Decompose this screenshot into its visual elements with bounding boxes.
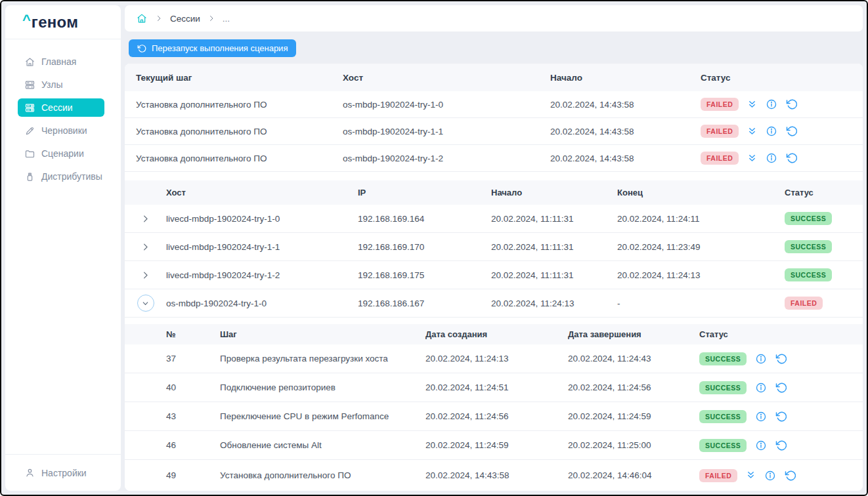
finished-cell: 20.02.2024, 11:25:00	[568, 440, 699, 450]
column-header: Конец	[617, 188, 785, 197]
table-row: 40 Подключение репозиториев 20.02.2024, …	[125, 373, 863, 402]
chevron-down-icon	[141, 299, 150, 308]
restart-icon[interactable]	[775, 411, 787, 423]
sidebar-item-settings[interactable]: Настройки	[5, 454, 121, 491]
info-icon[interactable]	[764, 470, 776, 482]
nodes-icon	[24, 79, 35, 91]
table-row: Установка дополнительного ПО os-mbdp-190…	[125, 118, 863, 145]
breadcrumb-home-icon[interactable]	[136, 12, 148, 24]
info-icon[interactable]	[766, 152, 777, 164]
restart-icon[interactable]	[786, 125, 798, 137]
start-cell: 20.02.2024, 14:43:58	[550, 154, 701, 163]
app-window: ^ геном Главная Узлы Сессии Черновики	[0, 0, 868, 496]
scenario-table-header: Текущий шаг Хост Начало Статус	[125, 64, 863, 91]
step-number-cell: 37	[166, 354, 220, 363]
created-cell: 20.02.2024, 11:24:59	[425, 440, 568, 450]
host-cell: livecd-mbdp-1902024-try-1-2	[166, 270, 358, 280]
ip-cell: 192.168.186.167	[358, 299, 491, 308]
start-cell: 20.02.2024, 11:11:31	[491, 242, 617, 252]
usb-drive-icon	[24, 171, 35, 182]
ip-cell: 192.168.169.175	[358, 270, 491, 280]
status-badge: SUCCESS	[699, 352, 747, 365]
end-cell: 20.02.2024, 11:23:49	[617, 242, 785, 252]
step-number-cell: 46	[166, 440, 220, 450]
table-row: 43 Переключение CPU в режим Perfomance 2…	[125, 402, 863, 431]
double-chevron-down-icon[interactable]	[747, 100, 757, 110]
folder-icon	[24, 148, 35, 159]
column-header: №	[166, 329, 220, 339]
sidebar: ^ геном Главная Узлы Сессии Черновики	[5, 5, 121, 491]
start-cell: 20.02.2024, 14:43:58	[550, 127, 701, 136]
sidebar-item-label: Сценарии	[41, 148, 84, 159]
restart-icon[interactable]	[786, 98, 798, 110]
host-cell: livecd-mbdp-1902024-try-1-0	[166, 214, 358, 224]
step-cell: Обновление системы Alt	[220, 440, 425, 450]
step-cell: Установка дополнительного ПО	[136, 127, 343, 136]
info-icon[interactable]	[766, 125, 777, 137]
end-cell: -	[617, 299, 785, 308]
breadcrumb-sessions[interactable]: Сессии	[170, 14, 200, 24]
logo-caret-icon: ^	[22, 12, 31, 29]
sidebar-item-nodes[interactable]: Узлы	[18, 75, 104, 94]
table-row: livecd-mbdp-1902024-try-1-1 192.168.169.…	[125, 233, 863, 261]
breadcrumb: Сессии ...	[125, 5, 863, 31]
column-header: Хост	[343, 73, 550, 83]
table-row: livecd-mbdp-1902024-try-1-0 192.168.169.…	[125, 205, 863, 233]
sessions-icon	[24, 102, 35, 114]
sidebar-item-distributions[interactable]: Дистрибутивы	[18, 167, 104, 186]
sidebar-item-label: Узлы	[41, 79, 63, 90]
restart-icon[interactable]	[775, 382, 787, 394]
column-header: Статус	[701, 73, 863, 83]
sidebar-menu: Главная Узлы Сессии Черновики Сценарии Д…	[5, 39, 121, 190]
info-icon[interactable]	[755, 353, 767, 365]
info-icon[interactable]	[766, 98, 777, 110]
status-badge: SUCCESS	[785, 268, 832, 281]
sidebar-item-scenarios[interactable]: Сценарии	[18, 144, 104, 163]
step-cell: Подключение репозиториев	[220, 382, 425, 392]
home-icon	[24, 56, 35, 68]
user-icon	[24, 467, 35, 478]
column-header: Дата создания	[425, 329, 568, 339]
sidebar-spacer	[5, 190, 121, 454]
sidebar-item-label: Дистрибутивы	[41, 171, 102, 182]
expand-row-icon[interactable]	[141, 242, 150, 252]
info-icon[interactable]	[755, 382, 767, 394]
status-badge: FAILED	[699, 469, 737, 482]
sidebar-item-sessions[interactable]: Сессии	[18, 98, 104, 117]
finished-cell: 20.02.2024, 11:24:56	[568, 382, 699, 392]
table-row: Установка дополнительного ПО os-mbdp-190…	[125, 145, 863, 172]
restart-icon[interactable]	[775, 353, 787, 365]
table-gap	[125, 318, 863, 324]
collapse-row-button[interactable]	[137, 295, 154, 312]
step-number-cell: 49	[166, 470, 220, 480]
chevron-right-icon	[207, 14, 215, 22]
sidebar-item-drafts[interactable]: Черновики	[18, 121, 104, 140]
step-cell: Переключение CPU в режим Perfomance	[220, 411, 425, 421]
main-panel: Текущий шаг Хост Начало Статус Установка…	[125, 64, 863, 491]
steps-table-header: № Шаг Дата создания Дата завершения Стат…	[125, 324, 863, 344]
step-cell: Проверка результата перезагрузки хоста	[220, 354, 425, 363]
finished-cell: 20.02.2024, 11:24:43	[568, 354, 699, 363]
host-cell: os-mbdp-1902024-try-1-2	[343, 154, 550, 163]
step-cell: Установка дополнительного ПО	[136, 154, 343, 163]
table-row: livecd-mbdp-1902024-try-1-2 192.168.169.…	[125, 261, 863, 289]
restart-scenario-button[interactable]: Перезапуск выполнения сценария	[129, 39, 296, 57]
host-cell: os-mbdp-1902024-try-1-0	[166, 299, 358, 308]
info-icon[interactable]	[755, 411, 767, 423]
app-logo: ^ геном	[5, 5, 121, 39]
info-icon[interactable]	[755, 440, 767, 451]
restart-icon[interactable]	[775, 440, 787, 451]
double-chevron-down-icon[interactable]	[746, 470, 756, 480]
expand-row-icon[interactable]	[141, 270, 150, 280]
start-cell: 20.02.2024, 14:43:58	[550, 100, 701, 110]
double-chevron-down-icon[interactable]	[747, 154, 757, 163]
start-cell: 20.02.2024, 11:11:31	[491, 214, 617, 224]
expand-row-icon[interactable]	[141, 214, 150, 224]
column-header: IP	[358, 188, 491, 197]
restart-icon[interactable]	[786, 152, 798, 164]
restart-icon[interactable]	[785, 470, 796, 482]
double-chevron-down-icon[interactable]	[747, 127, 757, 136]
sidebar-item-home[interactable]: Главная	[18, 52, 104, 71]
status-badge: SUCCESS	[699, 410, 747, 423]
status-badge: SUCCESS	[699, 439, 747, 452]
